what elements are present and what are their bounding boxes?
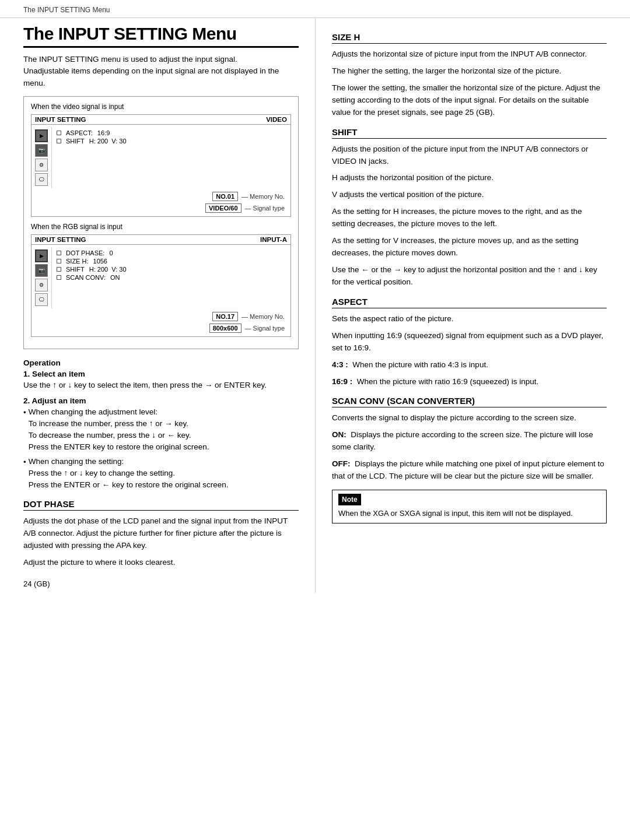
video-menu-body: ▶ 📷 ⚙ 🖵 ASPECT: 16:9 SHIFT [32,125,290,191]
shift-text-1: Adjusts the position of the picture inpu… [332,143,607,168]
rgb-memory-no-box: NO.17 [212,312,238,321]
step1-title: 1. Select an item [23,370,299,378]
video-diagram-label: When the video signal is input [31,103,291,111]
aspect-169-term: 16:9 : [332,377,352,386]
shift-text-6: Use the ← or the → key to adjust the hor… [332,264,607,289]
video-header-left: INPUT SETTING [35,116,86,123]
aspect-value: 16:9 [97,129,110,136]
size-h-heading: SIZE H [332,32,607,44]
step2-bullet1-content: When changing the adjustment level: To i… [29,406,209,454]
shift-text-3: V adjusts the vertical position of the p… [332,189,607,201]
icon-1: ▶ [35,129,48,142]
rgb-diagram-label: When the RGB signal is input [31,223,291,231]
step2-bullet2-title: When changing the setting: [29,457,124,466]
aspect-heading: ASPECT [332,297,607,308]
icon-3: ⚙ [35,159,48,171]
rgb-memory-label: — Memory No. [242,313,285,320]
rgb-memory-callout: NO.17 — Memory No. [212,312,285,321]
size-h-text-3: The lower the setting, the smaller the h… [332,82,607,119]
dot-phase-heading: DOT PHASE [23,499,299,511]
step2-bullet1-line3: Press the ENTER key to restore the origi… [29,442,209,451]
page-number: 24 (GB) [23,579,299,593]
square-shift [57,139,61,143]
shift-text-5: As the setting for V increases, the pict… [332,235,607,259]
aspect-text-1: Sets the aspect ratio of the picture. [332,313,607,325]
shift-value: H: 200 V: 30 [89,138,127,145]
aspect-label: ASPECT: [66,129,93,136]
operation-heading: Operation [23,359,299,367]
scan-on-term: ON: [332,430,346,439]
scan-conv-heading: SCAN CONV (Scan converter) [332,396,607,407]
shift-text-4: As the setting for H increases, the pict… [332,206,607,230]
step2-bullet2-line2: Press the ENTER or ← key to restore the … [29,480,229,489]
aspect-43-term: 4:3 : [332,360,348,369]
left-column: The INPUT SETTING Menu The INPUT SETTING… [23,18,315,593]
page-title: The INPUT SETTING Menu [23,24,299,48]
square-size [57,259,61,263]
menu-diagram: When the video signal is input INPUT SET… [23,96,299,349]
square-scan [57,275,61,280]
setting-shift-rgb: SHIFT H: 200 V: 30 [57,266,286,273]
dot-label: DOT PHASE: [66,249,104,256]
icon-2: 📷 [35,144,48,157]
callout-group-video: NO.01 — Memory No. VIDEO/60 — Signal typ… [205,192,285,213]
rgb-menu-box: INPUT SETTING INPUT-A ▶ 📷 ⚙ 🖵 DOT PHASE: [31,234,291,337]
note-box: Note When the XGA or SXGA signal is inpu… [332,490,607,523]
scan-value: ON [110,274,120,281]
rgb-signal-type-box: 800x600 [209,324,242,333]
scan-label: SCAN CONV: [66,274,106,281]
setting-size-h: SIZE H: 1056 [57,258,286,265]
memory-callout: NO.01 — Memory No. [212,192,285,201]
callout-group-rgb: NO.17 — Memory No. 800x600 — Signal type [209,312,285,333]
rgb-signal-callout: 800x600 — Signal type [209,324,285,333]
dot-phase-text-2: Adjust the picture to where it looks cle… [23,557,299,569]
rgb-signal-label: — Signal type [245,325,285,332]
scan-off-term: OFF: [332,459,351,468]
icon-4: 🖵 [35,173,48,186]
step1-text: Use the ↑ or ↓ key to select the item, t… [23,379,299,392]
note-label: Note [338,494,361,505]
note-text: When the XGA or SXGA signal is input, th… [338,508,600,519]
shift-text-2: H adjusts the horizontal position of the… [332,172,607,184]
scan-conv-text-1: Converts the signal to display the pictu… [332,412,607,424]
shift-rgb-label: SHIFT [66,266,85,273]
setting-scan-conv: SCAN CONV: ON [57,274,286,281]
step2-bullet1-line2: To decrease the number, press the ↓ or ←… [29,431,191,440]
intro-line-1: The INPUT SETTING menu is used to adjust… [23,54,299,65]
video-header-right: VIDEO [266,116,287,123]
aspect-item-1: 4:3 : When the picture with ratio 4:3 is… [332,359,607,371]
step2-bullet1-line1: To increase the number, press the ↑ or →… [29,419,188,428]
step2-title: 2. Adjust an item [23,396,299,405]
scan-conv-off: OFF: Displays the picture while matching… [332,458,607,483]
video-callouts: NO.01 — Memory No. VIDEO/60 — Signal typ… [32,191,290,216]
dot-value: 0 [109,249,113,256]
signal-type-box: VIDEO/60 [205,203,242,213]
setting-shift: SHIFT H: 200 V: 30 [57,138,286,145]
aspect-item-2: 16:9 : When the picture with ratio 16:9 … [332,376,607,388]
memory-no-box: NO.01 [212,192,238,201]
memory-label: — Memory No. [242,193,285,200]
signal-label: — Signal type [245,205,285,212]
square-dot [57,251,61,255]
size-value: 1056 [93,258,107,265]
video-icons: ▶ 📷 ⚙ 🖵 [32,127,52,188]
rgb-icon-1: ▶ [35,249,48,262]
rgb-icon-2: 📷 [35,264,48,277]
dot-phase-text-1: Adjusts the dot phase of the LCD panel a… [23,515,299,552]
step2-bullet2-line1: Press the ↑ or ↓ key to change the setti… [29,469,175,477]
rgb-icon-4: 🖵 [35,293,48,306]
square-aspect [57,131,61,135]
header-text: The INPUT SETTING Menu [23,6,110,14]
shift-label: SHIFT [66,138,85,145]
rgb-settings: DOT PHASE: 0 SIZE H: 1056 SHIFT H: 200 V… [52,247,290,308]
video-menu-box: INPUT SETTING VIDEO ▶ 📷 ⚙ 🖵 ASPECT: [31,114,291,217]
operation-section: Operation 1. Select an item Use the ↑ or… [23,359,299,491]
video-settings: ASPECT: 16:9 SHIFT H: 200 V: 30 [52,127,290,188]
page-header: The INPUT SETTING Menu [0,0,630,18]
step2-bullet1-title: When changing the adjustment level: [29,407,158,416]
intro-text: The INPUT SETTING menu is used to adjust… [23,54,299,89]
rgb-callouts: NO.17 — Memory No. 800x600 — Signal type [32,311,290,336]
rgb-menu-body: ▶ 📷 ⚙ 🖵 DOT PHASE: 0 SIZE H: [32,245,290,311]
setting-dot-phase: DOT PHASE: 0 [57,249,286,256]
rgb-icon-3: ⚙ [35,279,48,291]
